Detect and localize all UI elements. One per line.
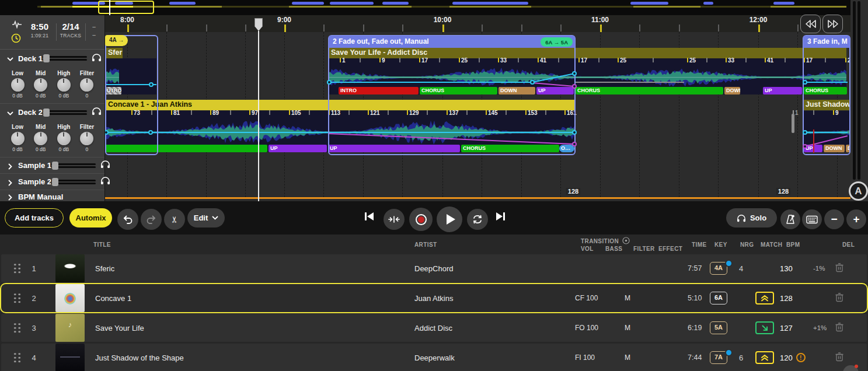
overview-minimap[interactable] [0,0,850,15]
headphones-button[interactable] [100,160,110,171]
transition-overlay-1[interactable]: 4A → [105,35,158,155]
match-up-button[interactable] [755,351,774,364]
automation-point[interactable] [572,130,577,135]
automation-point[interactable] [572,71,577,76]
collapse-chevron[interactable] [7,191,13,202]
volume-slider[interactable] [43,108,87,117]
automation-point[interactable] [572,84,577,89]
section-up[interactable]: UP [763,87,802,94]
sample-1-header[interactable]: Sample 1 [0,157,104,173]
match-up-button[interactable] [755,292,774,304]
sample-2-header[interactable]: Sample 2 [0,173,104,190]
comment-badge[interactable] [725,260,733,267]
undo-button[interactable] [117,209,138,230]
jump-forward-button[interactable] [822,15,843,33]
transition-vol[interactable]: FO 100 [575,324,598,332]
delete-button[interactable] [835,352,844,364]
delete-button[interactable] [835,262,844,275]
split-button[interactable]: ✂ [164,209,185,230]
automation-point[interactable] [803,80,807,85]
edit-menu-button[interactable]: Edit [187,208,225,228]
drag-handle-icon[interactable] [13,352,22,363]
automation-point[interactable] [803,144,807,149]
record-button[interactable] [409,208,433,231]
key-chip[interactable]: 5A [710,321,727,334]
automation-point[interactable] [148,130,153,135]
knob-value: 0 dB [53,93,74,99]
vertical-scrollbar[interactable] [850,0,868,201]
jump-to-playhead-button[interactable] [384,209,405,230]
comment-badge[interactable] [725,349,733,356]
mix-handle[interactable] [792,114,794,133]
zoom-out-button[interactable]: − [824,209,844,229]
automation-point[interactable] [803,130,807,135]
play-button[interactable] [437,206,462,232]
track-row[interactable]: 3 Save Your Life Addict Disc FO 100 M 6:… [1,314,867,342]
delete-button[interactable] [835,322,844,334]
jump-back-button[interactable] [800,15,821,33]
knob-dial[interactable] [57,78,71,92]
drag-handle-icon[interactable] [13,323,22,334]
timeline-ruler[interactable] [105,15,850,32]
headphones-button[interactable] [100,176,110,187]
collapse-chevron[interactable] [7,160,13,171]
transition-vol[interactable]: FI 100 [575,354,595,362]
solo-button[interactable]: Solo [726,208,777,228]
match-down-button[interactable] [755,321,774,334]
knob-dial[interactable] [80,78,93,92]
track-row[interactable]: 4 Just Shadow of the Shape Deeperwalk FI… [1,344,867,371]
loop-button[interactable] [467,209,488,230]
automation-line[interactable] [576,82,684,83]
skip-start-button[interactable] [363,211,375,224]
automix-button[interactable]: Automix [69,208,112,228]
metronome-button[interactable] [780,209,800,229]
volume-slider[interactable] [51,178,96,186]
automation-point[interactable] [327,80,332,85]
transition-filter[interactable]: M [625,294,630,302]
volume-slider[interactable] [43,54,87,62]
minimap-viewport[interactable] [98,1,154,14]
transition-filter[interactable]: M [625,324,630,332]
bpm-automation-line[interactable] [105,197,850,199]
deck-1-header[interactable]: Deck 1 [0,50,104,67]
automation-point[interactable] [149,82,154,87]
play-icon [447,214,455,225]
automation-point[interactable] [572,142,577,146]
collapse-chevron[interactable] [7,107,13,118]
key-chip[interactable]: 6A [710,292,727,304]
transition-header[interactable]: 3 Fade in, M [803,36,850,48]
minimap-track-bar-deck1 [382,2,409,5]
zoom-in-button[interactable]: + [846,209,866,229]
knob-dial[interactable] [57,132,71,145]
redo-button[interactable] [141,209,162,230]
transition-vol[interactable]: CF 100 [575,294,598,302]
knob-dial[interactable] [11,132,25,145]
headphones-button[interactable] [92,107,102,118]
transition-overlay-2[interactable]: 2 Fade out, Fade out, Manual6A → 5A [328,35,576,155]
knob-dial[interactable] [11,78,25,92]
add-tracks-button[interactable]: Add tracks [5,208,64,228]
headphones-button[interactable] [92,53,102,64]
track-row[interactable]: 2 Concave 1 Juan Atkins CF 100 M 5:10 6A… [1,284,867,312]
transition-overlay-3[interactable]: 3 Fade in, M [803,35,850,155]
drag-handle-icon[interactable] [13,263,22,274]
drag-handle-icon[interactable] [13,293,22,304]
transition-filter[interactable]: M [625,354,630,362]
track-row[interactable]: 1 Sferic DeepChord 7:57 4A 4 130! -1% [1,254,867,282]
deck-2-header[interactable]: Deck 2 [0,103,104,121]
delete-button[interactable] [835,292,844,304]
collapse-chevron[interactable] [7,177,13,187]
timeline[interactable]: 8:009:0010:0011:0012:00SferUTROSave Your… [105,15,850,201]
section-chorus[interactable]: CHORUS [576,87,723,94]
transition-header[interactable]: 2 Fade out, Fade out, Manual [329,36,575,48]
volume-slider[interactable] [51,162,96,170]
section-up[interactable]: UP [269,145,327,152]
keyboard-shortcuts-button[interactable] [802,209,822,229]
section-down[interactable]: DOWN [724,87,740,94]
skip-end-button[interactable] [495,211,507,224]
collapse-chevron[interactable] [7,53,13,64]
knob-dial[interactable] [34,78,47,92]
automation-point[interactable] [530,80,535,85]
knob-dial[interactable] [80,132,93,145]
knob-dial[interactable] [34,132,47,145]
